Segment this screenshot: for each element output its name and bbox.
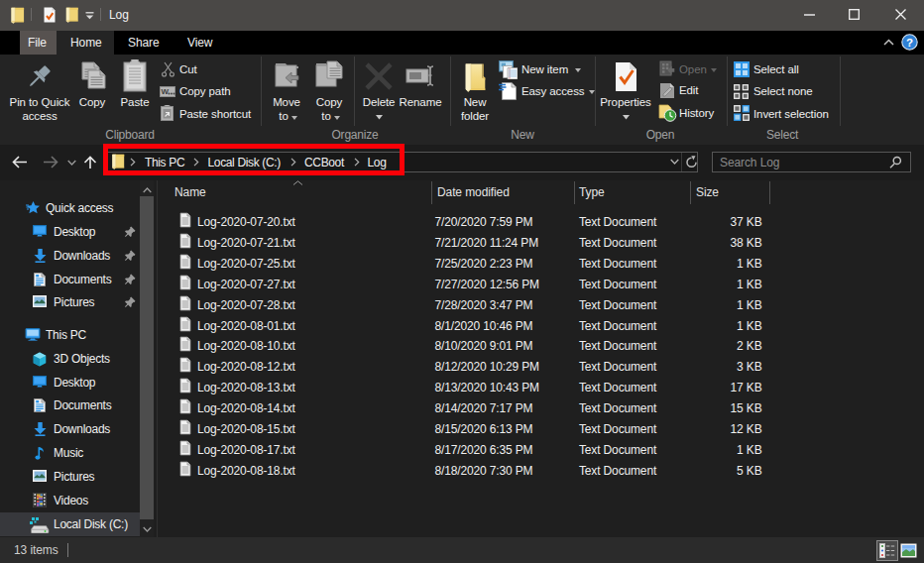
svg-text:W: W (162, 87, 170, 96)
svg-text:?: ? (906, 37, 913, 49)
